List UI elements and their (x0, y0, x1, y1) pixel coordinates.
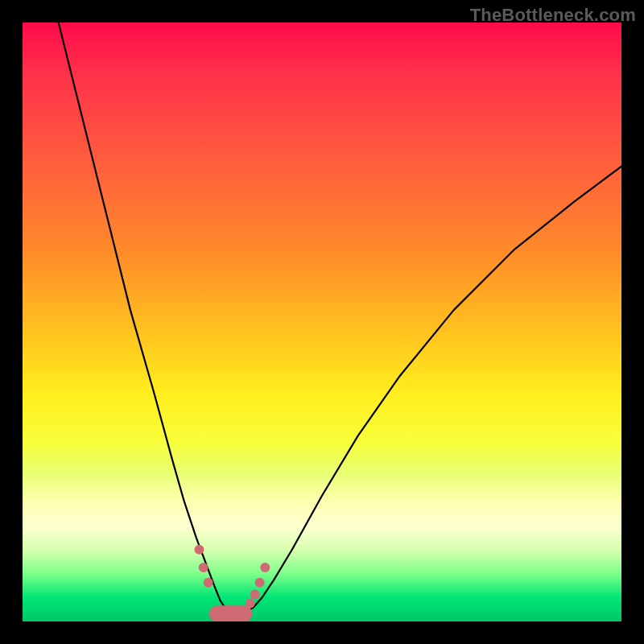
highlight-dot (255, 578, 265, 588)
highlight-dot (246, 599, 255, 609)
highlight-dot (194, 545, 204, 555)
bottleneck-curve (59, 23, 621, 614)
plot-area (23, 23, 621, 621)
highlight-dot (204, 578, 213, 588)
highlight-dot (260, 563, 270, 572)
curve-layer (23, 23, 621, 621)
highlight-dot (233, 607, 243, 617)
highlight-dot (199, 563, 208, 572)
chart-frame: TheBottleneck.com (0, 0, 644, 644)
highlight-dot (250, 590, 260, 600)
highlight-dot (218, 607, 228, 617)
